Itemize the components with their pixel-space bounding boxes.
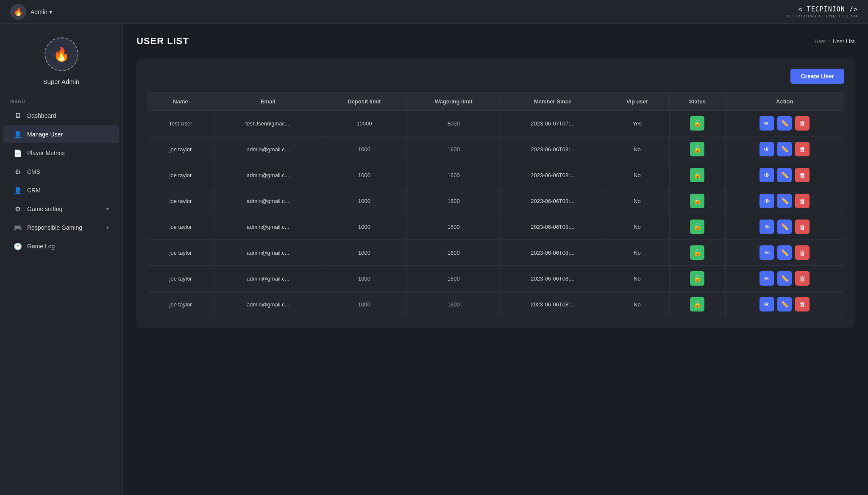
status-toggle-button[interactable]: 🔓 [690,297,704,311]
sidebar-item-game-log[interactable]: 🕐 Game Log [3,237,119,255]
sidebar-menu-label: MENU [0,95,122,106]
breadcrumb-current: User List [833,38,854,44]
sidebar-item-manage-user[interactable]: 👤 Manage User [3,125,119,143]
action-cell: 👁 ✏️ 🗑 [732,194,837,208]
delete-button[interactable]: 🗑 [795,245,810,260]
view-button[interactable]: 👁 [760,116,774,131]
edit-button[interactable]: ✏️ [777,245,792,260]
view-button[interactable]: 👁 [760,220,774,234]
cell-4: 2023-06-06T08:... [501,136,605,162]
col-deposit: Deposit limit [322,93,407,111]
edit-button[interactable]: ✏️ [777,168,792,182]
sidebar-item-label: Game Log [27,243,109,250]
main-content: USER LIST User / User List Create User N… [123,24,868,495]
edit-button[interactable]: ✏️ [777,116,792,131]
game-setting-icon: ⚙ [14,205,22,213]
delete-button[interactable]: 🗑 [795,297,810,311]
table-row: joe tayloradmin@gmail.c...100016002023-0… [147,292,844,317]
sidebar-profile: 🔥 Super Admin [0,24,122,95]
cell-action: 👁 ✏️ 🗑 [725,292,844,317]
cell-5: No [605,162,669,188]
cell-1: admin@gmail.c... [214,214,322,240]
edit-button[interactable]: ✏️ [777,297,792,311]
sidebar-item-player-metrics[interactable]: 📄 Player Metrics [3,144,119,162]
cell-3: 1600 [407,214,501,240]
table-row: joe tayloradmin@gmail.c...100016002023-0… [147,266,844,292]
content-card: Create User Name Email Deposit limit Wag… [136,58,854,328]
sidebar-item-crm[interactable]: 👤 CRM [3,181,119,199]
cell-0: joe taylor [147,214,214,240]
view-button[interactable]: 👁 [760,271,774,286]
cell-5: No [605,188,669,214]
admin-menu[interactable]: Admin ▾ [31,8,52,15]
logo-sub: DELIVERING IT END TO END [785,14,858,18]
edit-button[interactable]: ✏️ [777,142,792,156]
sidebar-avatar: 🔥 [45,37,78,71]
cell-0: joe taylor [147,266,214,292]
status-toggle-button[interactable]: 🔓 [690,168,704,182]
action-cell: 👁 ✏️ 🗑 [732,271,837,286]
table-row: Test UsertestUser@gmail....1000080002023… [147,111,844,136]
col-action: Action [725,93,844,111]
col-wagering: Wagering limit [407,93,501,111]
cell-0: joe taylor [147,292,214,317]
action-cell: 👁 ✏️ 🗑 [732,168,837,182]
cell-3: 1600 [407,240,501,266]
cell-0: joe taylor [147,188,214,214]
cell-status: 🔓 [669,136,725,162]
delete-button[interactable]: 🗑 [795,194,810,208]
cell-4: 2023-06-06T08:... [501,162,605,188]
sidebar-item-label: Responsible Gaming [27,224,101,231]
col-email: Email [214,93,322,111]
cell-5: No [605,136,669,162]
delete-button[interactable]: 🗑 [795,142,810,156]
sidebar-item-dashboard[interactable]: 🖥 Dashboard [3,107,119,125]
cell-action: 👁 ✏️ 🗑 [725,240,844,266]
table-row: joe tayloradmin@gmail.c...100016002023-0… [147,188,844,214]
cell-3: 1600 [407,292,501,317]
view-button[interactable]: 👁 [760,142,774,156]
status-toggle-button[interactable]: 🔓 [690,220,704,234]
view-button[interactable]: 👁 [760,168,774,182]
status-toggle-button[interactable]: 🔓 [690,116,704,131]
cell-2: 1000 [322,292,407,317]
delete-button[interactable]: 🗑 [795,220,810,234]
delete-button[interactable]: 🗑 [795,168,810,182]
view-button[interactable]: 👁 [760,245,774,260]
cell-5: Yes [605,111,669,136]
status-toggle-button[interactable]: 🔓 [690,271,704,286]
cell-3: 1600 [407,188,501,214]
sidebar-item-label: Manage User [27,131,109,138]
sidebar-item-label: Game setting [27,206,101,212]
cell-4: 2023-06-06T08:... [501,240,605,266]
action-cell: 👁 ✏️ 🗑 [732,220,837,234]
cell-status: 🔓 [669,214,725,240]
cell-status: 🔓 [669,266,725,292]
cell-0: joe taylor [147,240,214,266]
status-toggle-button[interactable]: 🔓 [690,194,704,208]
view-button[interactable]: 👁 [760,297,774,311]
edit-button[interactable]: ✏️ [777,194,792,208]
status-toggle-button[interactable]: 🔓 [690,142,704,156]
table-header-row: Name Email Deposit limit Wagering limit … [147,93,844,111]
cell-1: admin@gmail.c... [214,266,322,292]
sidebar-item-cms[interactable]: ⚙ CMS [3,163,119,181]
sidebar-item-game-setting[interactable]: ⚙ Game setting ▾ [3,200,119,218]
cell-1: admin@gmail.c... [214,162,322,188]
game-log-icon: 🕐 [14,242,22,250]
edit-button[interactable]: ✏️ [777,271,792,286]
cell-action: 👁 ✏️ 🗑 [725,266,844,292]
sidebar-item-responsible-gaming[interactable]: 🎮 Responsible Gaming ▾ [3,219,119,236]
cell-action: 👁 ✏️ 🗑 [725,188,844,214]
cell-4: 2023-06-07T07:... [501,111,605,136]
create-user-button[interactable]: Create User [790,69,844,84]
edit-button[interactable]: ✏️ [777,220,792,234]
avatar: 🔥 [10,4,26,20]
view-button[interactable]: 👁 [760,194,774,208]
delete-button[interactable]: 🗑 [795,271,810,286]
cell-0: joe taylor [147,162,214,188]
manage-user-icon: 👤 [14,130,22,139]
table-row: joe tayloradmin@gmail.c...100016002023-0… [147,136,844,162]
delete-button[interactable]: 🗑 [795,116,810,131]
status-toggle-button[interactable]: 🔓 [690,245,704,260]
